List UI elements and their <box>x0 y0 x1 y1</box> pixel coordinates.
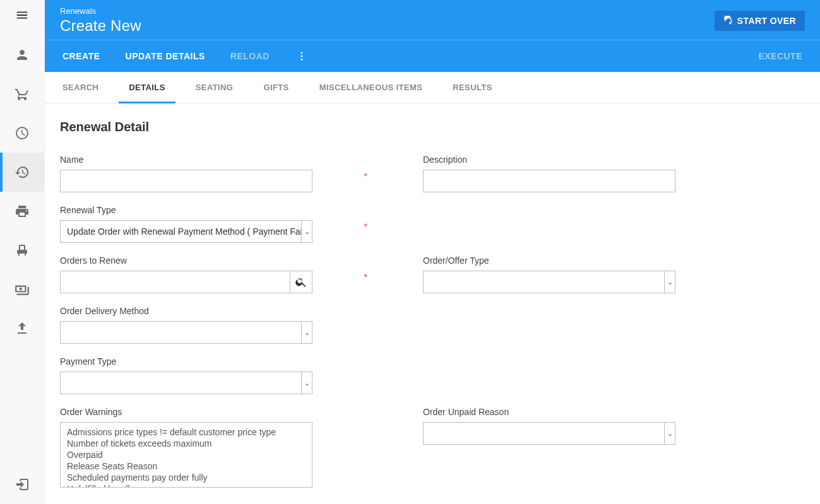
sidebar-item-upload[interactable] <box>0 309 44 348</box>
orders-lookup-button[interactable] <box>290 271 312 293</box>
field-orders-to-renew: Orders to Renew * <box>60 255 360 293</box>
subtabs: SEARCH DETAILS SEATING GIFTS MISCELLANEO… <box>45 72 820 103</box>
order-offer-type-select[interactable] <box>423 271 675 293</box>
delivery-method-select[interactable] <box>60 321 312 344</box>
history-icon <box>15 165 30 180</box>
svg-point-1 <box>300 56 302 57</box>
sidebar-item-cart[interactable] <box>0 74 44 114</box>
order-warnings-multiselect[interactable]: Admissions price types != default custom… <box>60 422 312 488</box>
required-mark: * <box>364 171 367 181</box>
more-actions-button[interactable] <box>292 47 311 66</box>
search-icon <box>295 276 307 288</box>
field-renewal-type: Renewal Type Update Order with Renewal P… <box>60 205 360 243</box>
field-name: Name * <box>60 155 360 192</box>
person-icon <box>15 47 30 62</box>
field-delivery-method: Order Delivery Method ⌄ <box>60 306 360 344</box>
sidebar-item-renewals[interactable] <box>0 153 44 192</box>
menu-toggle[interactable] <box>0 0 44 30</box>
action-update-details[interactable]: UPDATE DETAILS <box>123 46 208 66</box>
list-item[interactable]: Scheduled payments pay order fully <box>61 472 312 483</box>
main: Renewals Create New START OVER CREATE UP… <box>45 0 820 504</box>
renewal-type-select[interactable]: Update Order with Renewal Payment Method… <box>60 220 312 243</box>
sidebar-item-pending[interactable] <box>0 114 44 153</box>
tab-search[interactable]: SEARCH <box>60 72 101 103</box>
sidebar-item-print[interactable] <box>0 192 44 231</box>
start-over-label: START OVER <box>737 16 796 26</box>
label-name: Name <box>60 155 360 165</box>
description-input[interactable] <box>423 170 675 192</box>
content: Renewal Detail Name * Description <box>45 103 820 504</box>
required-mark: * <box>364 221 367 231</box>
refresh-icon <box>723 16 734 26</box>
header: Renewals Create New START OVER CREATE UP… <box>45 0 820 72</box>
cart-icon <box>15 86 30 102</box>
list-item[interactable]: Admissions price types != default custom… <box>61 426 312 438</box>
field-order-offer-type: Order/Offer Type ⌄ <box>423 255 723 293</box>
tab-gifts[interactable]: GIFTS <box>261 72 291 103</box>
label-order-warnings: Order Warnings <box>60 407 360 417</box>
label-payment-type: Payment Type <box>60 356 360 366</box>
header-actions: CREATE UPDATE DETAILS RELOAD EXECUTE <box>45 40 820 72</box>
print-icon <box>15 204 30 219</box>
svg-point-2 <box>300 59 302 61</box>
tab-seating[interactable]: SEATING <box>193 72 236 103</box>
seat-icon <box>15 243 30 258</box>
clock-icon <box>15 126 30 141</box>
tab-results[interactable]: RESULTS <box>450 72 495 103</box>
page-title: Create New <box>60 17 141 35</box>
label-description: Description <box>423 155 723 165</box>
list-item[interactable]: Overpaid <box>61 449 312 460</box>
label-orders-to-renew: Orders to Renew <box>60 255 360 266</box>
sidebar-nav <box>0 35 44 348</box>
sidebar <box>0 0 45 504</box>
svg-point-0 <box>300 52 302 54</box>
order-unpaid-reason-select[interactable] <box>423 422 675 445</box>
required-mark: * <box>364 272 367 282</box>
field-order-warnings: Order Warnings Admissions price types !=… <box>60 407 360 488</box>
action-create[interactable]: CREATE <box>60 46 103 66</box>
tab-details[interactable]: DETAILS <box>126 72 167 103</box>
payment-type-select[interactable] <box>60 372 312 394</box>
start-over-button[interactable]: START OVER <box>715 11 805 31</box>
exit-icon <box>15 477 30 492</box>
payments-icon <box>14 281 30 298</box>
label-renewal-type: Renewal Type <box>60 205 360 215</box>
list-item[interactable]: Unfulfilled bundles <box>61 483 312 488</box>
section-title: Renewal Detail <box>60 120 805 134</box>
field-description: Description <box>423 155 723 192</box>
menu-icon <box>15 8 29 22</box>
label-order-unpaid-reason: Order Unpaid Reason <box>423 407 723 417</box>
list-item[interactable]: Release Seats Reason <box>61 460 312 472</box>
sidebar-item-payments[interactable] <box>0 270 44 309</box>
name-input[interactable] <box>60 170 312 192</box>
field-order-unpaid-reason: Order Unpaid Reason ⌄ <box>423 407 723 488</box>
breadcrumb: Renewals <box>60 6 141 16</box>
list-item[interactable]: Number of tickets exceeds maximum <box>61 438 312 449</box>
orders-to-renew-input[interactable] <box>60 271 290 293</box>
label-order-offer-type: Order/Offer Type <box>423 255 723 266</box>
sidebar-item-exit[interactable] <box>0 465 44 504</box>
upload-icon <box>15 321 30 336</box>
label-delivery-method: Order Delivery Method <box>60 306 360 316</box>
action-reload: RELOAD <box>228 46 272 66</box>
field-payment-type: Payment Type ⌄ <box>60 356 360 394</box>
more-vert-icon <box>296 50 307 62</box>
sidebar-item-seat[interactable] <box>0 231 44 270</box>
action-execute: EXECUTE <box>756 46 805 66</box>
sidebar-item-account[interactable] <box>0 35 44 74</box>
tab-misc[interactable]: MISCELLANEOUS ITEMS <box>317 72 425 103</box>
form: Name * Description Renewal Type <box>60 155 723 488</box>
